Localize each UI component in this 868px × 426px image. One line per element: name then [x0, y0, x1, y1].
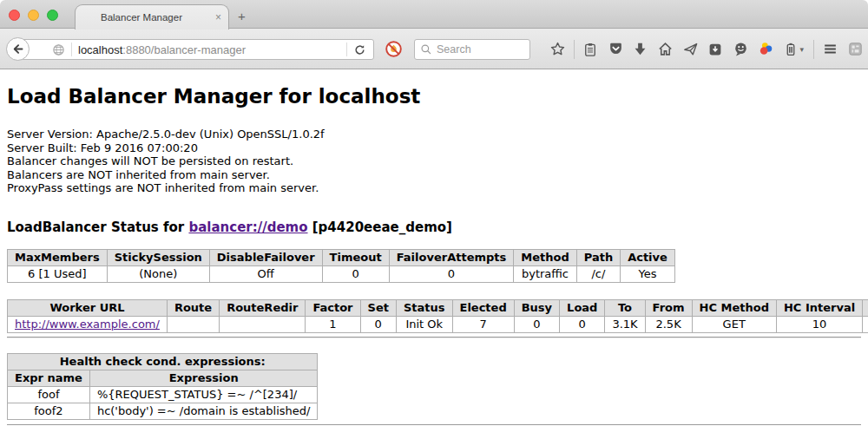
proxypass-note-line: ProxyPass settings are NOT inherited fro… [7, 181, 861, 195]
minimize-window-button[interactable] [28, 10, 39, 21]
reload-icon[interactable] [353, 43, 366, 56]
col-busy: Busy [514, 299, 559, 316]
cell-factor: 1 [306, 316, 360, 332]
home-icon[interactable] [653, 39, 678, 60]
health-table-header-row: Expr name Expression [8, 370, 318, 386]
url-text[interactable]: localhost:8880/balancer-manager [78, 43, 246, 56]
download-box-icon[interactable] [703, 39, 728, 60]
new-tab-button[interactable]: + [238, 9, 246, 23]
col-worker-url: Worker URL [8, 299, 168, 316]
cell-worker-url: http://www.example.com/ [8, 316, 168, 332]
flash-blocked-icon[interactable] [385, 40, 403, 62]
cell-failoverattempts: 0 [389, 265, 514, 282]
cell-expression: hc('body') =~ /domain is established/ [89, 403, 318, 419]
col-stickysession: StickySession [107, 249, 209, 265]
toolbar-divider [574, 40, 575, 59]
loadbalancer-status-heading: LoadBalancer Status for balancer://demo … [7, 220, 861, 235]
fullscreen-window-button[interactable] [47, 10, 58, 21]
inherit-note-line: Balancers are NOT inherited from main se… [7, 168, 861, 182]
col-hc-method: HC Method [692, 299, 776, 316]
section-divider [7, 337, 861, 338]
cell-status: Init Ok [396, 316, 452, 332]
urlbar-divider [346, 43, 347, 56]
back-button[interactable] [6, 37, 30, 61]
col-to: To [605, 299, 645, 316]
col-hc-interval: HC Interval [776, 299, 862, 316]
col-expr-name: Expr name [8, 370, 90, 386]
worker-table-row: http://www.example.com/ 1 0 Init Ok 7 0 … [8, 316, 868, 332]
balancer-demo-link[interactable]: balancer://demo [188, 220, 307, 235]
tab-balancer-manager[interactable]: Balancer Manager × [75, 4, 229, 29]
cell-load: 0 [560, 316, 605, 332]
downloads-icon[interactable] [628, 39, 654, 60]
col-status: Status [396, 299, 452, 316]
cell-path: /c/ [576, 265, 620, 282]
page-title: Load Balancer Manager for localhost [7, 85, 861, 108]
cell-expr-name: foof [8, 386, 90, 403]
col-from: From [645, 299, 692, 316]
col-method: Method [514, 249, 576, 265]
send-plane-icon[interactable] [678, 39, 703, 60]
colored-dots-icon[interactable] [753, 39, 779, 60]
pocket-icon[interactable] [603, 39, 628, 60]
dropdown-caret-icon[interactable]: ▾ [799, 45, 810, 54]
url-bar[interactable]: localhost:8880/balancer-manager [18, 39, 374, 60]
cell-set: 0 [360, 316, 396, 332]
cell-maxmembers: 6 [1 Used] [8, 265, 108, 282]
server-built-line: Server Built: Feb 9 2016 07:00:20 [7, 141, 861, 155]
col-passes: Passes [863, 299, 868, 316]
cell-to: 3.1K [605, 316, 645, 332]
balancer-table: MaxMembers StickySession DisableFailover… [7, 249, 675, 283]
close-window-button[interactable] [9, 10, 20, 21]
balancer-table-row: 6 [1 Used] (None) Off 0 0 bytraffic /c/ … [8, 265, 675, 282]
navigation-toolbar: localhost:8880/balancer-manager ▾ [0, 29, 868, 69]
col-maxmembers: MaxMembers [8, 249, 108, 265]
server-version-line: Server Version: Apache/2.5.0-dev (Unix) … [7, 128, 861, 141]
url-path: :8880/balancer-manager [122, 43, 246, 56]
server-info: Server Version: Apache/2.5.0-dev (Unix) … [7, 128, 861, 195]
cell-routeredir [220, 316, 306, 332]
url-host: localhost [78, 43, 122, 56]
col-elected: Elected [452, 299, 514, 316]
worker-url-link[interactable]: http://www.example.com/ [15, 318, 160, 331]
bookmark-star-icon[interactable] [545, 39, 570, 60]
cell-method: bytraffic [514, 265, 576, 282]
search-magnifier-icon [420, 43, 432, 56]
col-failoverattempts: FailoverAttempts [389, 249, 514, 265]
search-input[interactable] [437, 43, 523, 56]
status-heading-suffix: [p4420eeae_demo] [308, 220, 452, 235]
cell-timeout: 0 [322, 265, 389, 282]
cell-stickysession: (None) [107, 265, 209, 282]
col-set: Set [360, 299, 396, 316]
col-load: Load [560, 299, 605, 316]
tab-close-icon[interactable]: × [215, 11, 221, 23]
health-table-caption: Health check cond. expressions: [8, 353, 318, 370]
toolbar-icon-row: ▾ [545, 29, 868, 69]
col-routeredir: RouteRedir [220, 299, 306, 316]
toolbar-divider [813, 40, 814, 59]
back-icon [11, 43, 24, 56]
chat-smiley-icon[interactable] [728, 39, 753, 60]
cell-expr-name: foof2 [8, 403, 90, 419]
status-heading-prefix: LoadBalancer Status for [7, 220, 188, 235]
reading-list-icon[interactable] [578, 39, 603, 60]
search-bar[interactable] [414, 39, 530, 60]
col-factor: Factor [306, 299, 360, 316]
menu-hamburger-icon[interactable] [818, 39, 843, 60]
cell-from: 2.5K [645, 316, 692, 332]
cell-expression: %{REQUEST_STATUS} =~ /^[234]/ [89, 386, 318, 403]
cell-hc-interval: 10 [776, 316, 862, 332]
col-expression: Expression [89, 370, 318, 386]
col-route: Route [167, 299, 219, 316]
cell-elected: 7 [452, 316, 514, 332]
health-check-table: Health check cond. expressions: Expr nam… [7, 353, 318, 420]
cell-active: Yes [621, 265, 675, 282]
worker-table-header-row: Worker URL Route RouteRedir Factor Set S… [8, 299, 868, 316]
worker-table: Worker URL Route RouteRedir Factor Set S… [7, 299, 868, 333]
tab-groups-icon[interactable] [843, 39, 868, 60]
cell-busy: 0 [514, 316, 559, 332]
col-timeout: Timeout [322, 249, 389, 265]
page-content: Load Balancer Manager for localhost Serv… [0, 69, 868, 425]
col-path: Path [576, 249, 620, 265]
cell-passes: 1 (0) [863, 316, 868, 332]
